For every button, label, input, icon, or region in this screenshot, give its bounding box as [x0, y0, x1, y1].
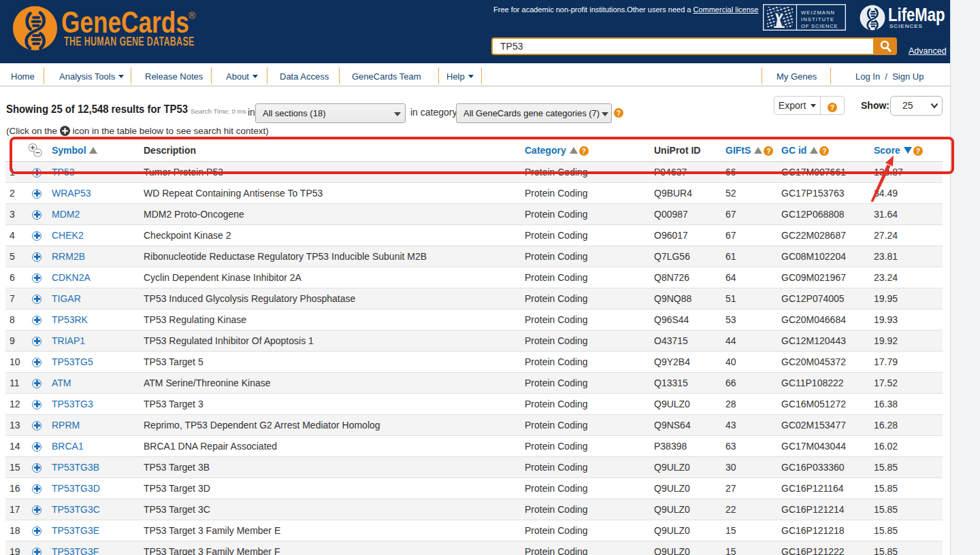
- svg-text:INSTITUTE: INSTITUTE: [801, 16, 834, 22]
- svg-text:OF SCIENCE: OF SCIENCE: [801, 23, 838, 29]
- svg-text:WEIZMANN: WEIZMANN: [801, 10, 835, 16]
